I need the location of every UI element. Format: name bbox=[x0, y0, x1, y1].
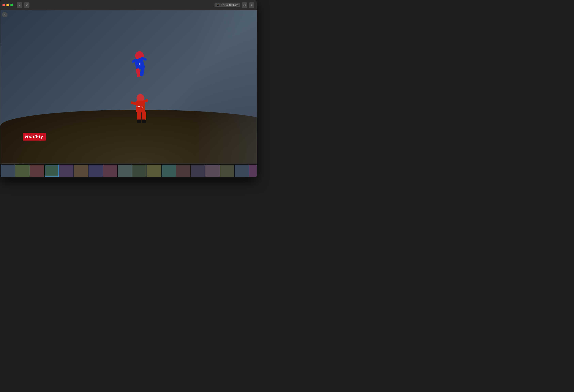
scroll-indicator: ⌄ bbox=[139, 160, 141, 163]
close-button[interactable] bbox=[2, 4, 5, 6]
film-thumb-image bbox=[147, 165, 161, 177]
film-thumb-image bbox=[15, 165, 30, 177]
svg-rect-15 bbox=[142, 120, 146, 123]
film-thumb-image bbox=[220, 165, 234, 177]
device-selector-button[interactable]: 📱 G's Pro Backups bbox=[215, 3, 240, 7]
film-thumbnail[interactable] bbox=[147, 165, 161, 177]
fullscreen-button[interactable] bbox=[10, 4, 13, 6]
filmstrip-track bbox=[0, 164, 257, 178]
title-bar-controls: ↺ 👁 bbox=[17, 2, 29, 8]
traffic-lights bbox=[2, 4, 13, 6]
svg-text:RealFly: RealFly bbox=[137, 106, 143, 108]
photo-scene: ★ RealFly RealFly › ⌄ bbox=[0, 10, 257, 163]
film-thumbnail[interactable] bbox=[162, 165, 176, 177]
film-thumbnail[interactable] bbox=[15, 165, 30, 177]
film-thumb-image bbox=[235, 165, 249, 177]
add-device-button[interactable]: ++ bbox=[242, 2, 247, 8]
film-thumb-image bbox=[45, 165, 59, 176]
realfly-logo: RealFly bbox=[23, 133, 46, 140]
film-thumb-image bbox=[205, 165, 220, 177]
device-selector-icon: 📱 bbox=[216, 4, 219, 6]
title-bar-right: 📱 G's Pro Backups ++ ? bbox=[215, 2, 254, 8]
title-bar: ↺ 👁 📱 G's Pro Backups ++ ? bbox=[0, 0, 257, 10]
film-thumb-image bbox=[88, 165, 103, 177]
film-thumbnail[interactable] bbox=[74, 165, 88, 177]
film-thumbnail[interactable] bbox=[59, 165, 73, 177]
content-area: ‹ ★ bbox=[0, 10, 257, 178]
film-thumb-image bbox=[249, 165, 257, 177]
photo-bg-glass bbox=[195, 10, 257, 163]
view-button[interactable]: 👁 bbox=[24, 2, 29, 8]
refresh-button[interactable]: ↺ bbox=[17, 2, 22, 8]
photo-viewer: ★ RealFly RealFly › ⌄ bbox=[0, 10, 257, 163]
film-thumbnail[interactable] bbox=[103, 165, 117, 177]
film-thumb-image bbox=[118, 165, 132, 177]
film-thumbnail[interactable] bbox=[88, 165, 103, 177]
back-button[interactable]: ‹ bbox=[2, 12, 7, 17]
film-thumb-image bbox=[162, 165, 176, 177]
film-thumbnail[interactable] bbox=[220, 165, 234, 177]
film-thumbnail[interactable] bbox=[205, 165, 220, 177]
photo-figures: ★ RealFly bbox=[106, 44, 173, 127]
film-thumbnail[interactable] bbox=[45, 165, 59, 177]
main-layout: AVAILABLE 1 ▼ 📱 G's Pro iPhone... ⏏ 📂 Fi… bbox=[0, 10, 257, 178]
film-thumb-image bbox=[103, 165, 117, 177]
film-thumbnail[interactable] bbox=[30, 165, 44, 177]
minimize-button[interactable] bbox=[6, 4, 9, 6]
film-thumb-image bbox=[132, 165, 146, 177]
film-thumb-image bbox=[59, 165, 73, 177]
filmstrip bbox=[0, 163, 257, 178]
svg-rect-4 bbox=[136, 68, 141, 77]
help-button[interactable]: ? bbox=[249, 2, 254, 8]
film-thumbnail[interactable] bbox=[191, 165, 205, 177]
film-thumb-image bbox=[74, 165, 88, 177]
film-thumbnail[interactable] bbox=[249, 165, 257, 177]
film-thumb-image bbox=[1, 165, 15, 177]
film-thumbnail[interactable] bbox=[235, 165, 249, 177]
film-thumb-image bbox=[30, 165, 44, 177]
svg-rect-14 bbox=[137, 120, 141, 123]
film-thumb-image bbox=[176, 165, 190, 177]
film-thumbnail[interactable] bbox=[118, 165, 132, 177]
device-selector-label: G's Pro Backups bbox=[221, 4, 238, 6]
film-thumbnail[interactable] bbox=[1, 165, 15, 177]
film-thumbnail[interactable] bbox=[176, 165, 190, 177]
film-thumb-image bbox=[191, 165, 205, 177]
film-thumbnail[interactable] bbox=[132, 165, 146, 177]
